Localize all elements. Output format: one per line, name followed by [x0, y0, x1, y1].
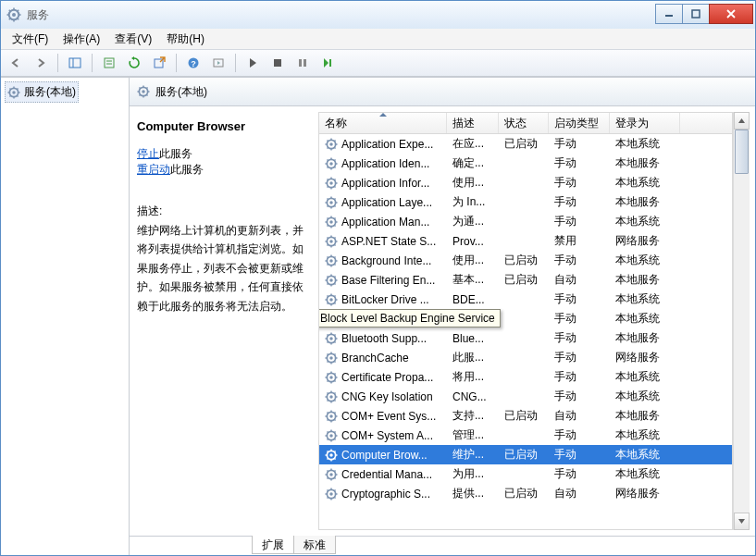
service-row[interactable]: Bluetooth Supp...Blue...手动本地服务 [319, 328, 732, 348]
cell-description: 将用... [447, 369, 499, 385]
service-row[interactable]: Computer Brow...维护...已启动手动本地系统 [319, 445, 732, 464]
restart-service-button[interactable] [316, 52, 339, 74]
service-row[interactable]: COM+ System A...管理...手动本地系统 [319, 426, 732, 445]
cell-name: Credential Mana... [319, 468, 447, 481]
main-header-title: 服务(本地) [155, 84, 207, 100]
cell-startup: 手动 [549, 155, 610, 171]
col-description[interactable]: 描述 [447, 113, 499, 133]
cell-logon: 网络服务 [610, 486, 680, 501]
selected-service-name: Computer Browser [137, 119, 313, 133]
stop-service-link[interactable]: 停止 [137, 147, 159, 160]
service-row[interactable]: ASP.NET State S...Prov...禁用网络服务 [319, 231, 732, 251]
restart-link-suffix: 此服务 [170, 163, 204, 176]
cell-description: 基本... [447, 272, 499, 288]
menu-view[interactable]: 查看(V) [107, 30, 159, 49]
cell-logon: 本地服务 [610, 155, 680, 171]
scroll-thumb[interactable] [735, 130, 749, 174]
toolbar: ? [1, 49, 755, 77]
cell-logon: 本地系统 [610, 214, 680, 229]
titlebar[interactable]: 服务 [1, 1, 755, 29]
svg-text:?: ? [191, 59, 196, 68]
forward-button[interactable] [30, 52, 52, 74]
cell-name: BranchCache [319, 352, 447, 364]
col-logon-as[interactable]: 登录为 [610, 113, 680, 133]
toolbar-extra-button[interactable] [207, 52, 229, 74]
services-icon [137, 85, 150, 98]
pause-service-button[interactable] [291, 52, 314, 74]
service-icon [325, 254, 338, 267]
cell-status: 已启动 [499, 486, 549, 501]
cell-logon: 网络服务 [610, 350, 680, 365]
export-list-button[interactable] [148, 52, 170, 74]
service-icon [325, 429, 338, 442]
cell-logon: 本地系统 [610, 311, 680, 327]
cell-logon: 网络服务 [610, 233, 680, 249]
help-button[interactable]: ? [182, 52, 204, 74]
cell-status: 已启动 [499, 447, 549, 463]
cell-description: Prov... [447, 235, 499, 248]
menu-action[interactable]: 操作(A) [56, 30, 107, 49]
col-status[interactable]: 状态 [499, 113, 549, 133]
cell-description: 为 In... [447, 194, 499, 210]
service-row[interactable]: Application Man...为通...手动本地系统 [319, 212, 732, 231]
col-name[interactable]: 名称 [319, 113, 447, 133]
service-row[interactable]: Application Laye...为 In...手动本地服务 [319, 192, 732, 212]
service-row[interactable]: Application Expe...在应...已启动手动本地系统 [319, 134, 732, 154]
cell-startup: 禁用 [549, 233, 610, 249]
services-icon [6, 7, 21, 22]
cell-description: 使用... [447, 175, 499, 191]
scroll-up-button[interactable] [734, 112, 750, 130]
cell-description: 使用... [447, 253, 499, 268]
cell-startup: 手动 [549, 350, 610, 365]
service-icon [325, 196, 338, 209]
service-row[interactable]: Cryptographic S...提供...已启动自动网络服务 [319, 484, 732, 503]
view-tabs: 扩展 标准 [130, 536, 755, 555]
cell-logon: 本地系统 [610, 136, 680, 152]
service-icon [325, 235, 338, 248]
col-startup-type[interactable]: 启动类型 [549, 113, 610, 133]
scroll-down-button[interactable] [734, 513, 750, 530]
properties-button[interactable] [98, 52, 120, 74]
service-row[interactable]: Application Infor...使用...手动本地系统 [319, 173, 732, 192]
service-row[interactable]: Certificate Propa...将用...手动本地系统 [319, 367, 732, 387]
window-title: 服务 [27, 7, 656, 23]
cell-startup: 手动 [549, 136, 610, 152]
tooltip: Block Level Backup Engine Service [318, 309, 501, 327]
cell-startup: 手动 [549, 369, 610, 385]
scroll-track[interactable] [734, 130, 750, 513]
maximize-button[interactable] [682, 4, 710, 24]
service-row[interactable]: Credential Mana...为用...手动本地系统 [319, 464, 732, 484]
service-row[interactable]: BranchCache此服...手动网络服务 [319, 348, 732, 367]
cell-startup: 手动 [549, 194, 610, 210]
cell-description: CNG... [447, 390, 499, 403]
restart-service-link[interactable]: 重启动 [137, 163, 170, 176]
menu-file[interactable]: 文件(F) [5, 30, 56, 49]
tab-standard[interactable]: 标准 [293, 536, 336, 554]
service-row[interactable]: Application Iden...确定...手动本地服务 [319, 154, 732, 173]
tab-extended[interactable]: 扩展 [252, 536, 294, 554]
service-row[interactable]: COM+ Event Sys...支持...已启动自动本地服务 [319, 406, 732, 426]
start-service-button[interactable] [242, 52, 264, 74]
vertical-scrollbar[interactable] [733, 112, 750, 530]
service-row[interactable]: CNG Key IsolationCNG...手动本地系统 [319, 387, 732, 406]
cell-name: Application Infor... [319, 177, 447, 190]
stop-service-button[interactable] [266, 52, 289, 74]
cell-description: 管理... [447, 427, 499, 443]
service-row[interactable]: BitLocker Drive ...BDE...手动本地系统 [319, 290, 732, 309]
service-rows: Block Level Backup Engine Service Applic… [318, 134, 733, 530]
refresh-button[interactable] [123, 52, 145, 74]
close-button[interactable] [709, 4, 753, 24]
cell-startup: 自动 [549, 408, 610, 424]
cell-status: 已启动 [499, 272, 549, 288]
menu-help[interactable]: 帮助(H) [159, 30, 212, 49]
minimize-button[interactable] [655, 4, 683, 24]
service-icon [325, 332, 338, 345]
tree-node-services-local[interactable]: 服务(本地) [5, 81, 79, 103]
service-icon [325, 390, 338, 403]
service-row[interactable]: Base Filtering En...基本...已启动自动本地服务 [319, 270, 732, 290]
console-tree[interactable]: 服务(本地) [1, 78, 130, 555]
cell-name: Background Inte... [319, 254, 447, 267]
service-row[interactable]: Background Inte...使用...已启动手动本地系统 [319, 251, 732, 270]
back-button[interactable] [5, 52, 27, 74]
show-hide-console-tree-button[interactable] [64, 52, 86, 74]
